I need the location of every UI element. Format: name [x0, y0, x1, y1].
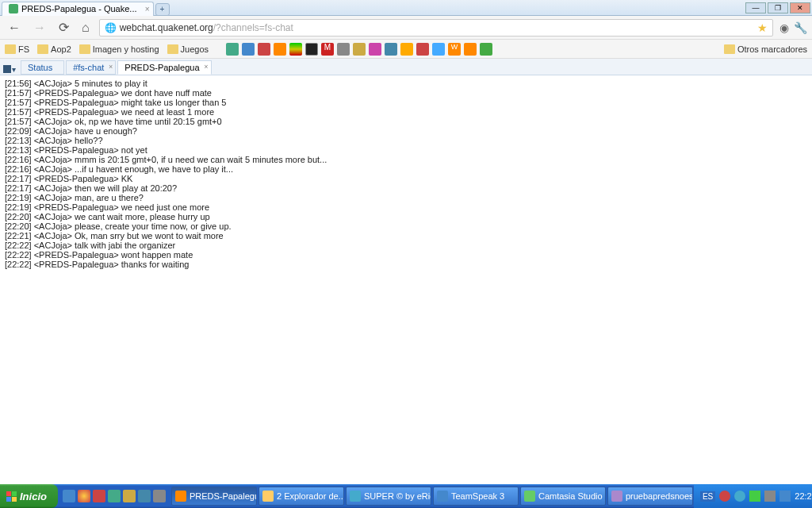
chat-line: [22:13] <PREDS-Papalegua> not yet — [5, 145, 807, 155]
chat-line: [22:20] <ACJoja> please, create your tim… — [5, 221, 807, 231]
bm-icon-15[interactable]: W — [448, 43, 461, 56]
bm-icon-8[interactable] — [337, 43, 350, 56]
bm-icon-14[interactable] — [432, 43, 445, 56]
bookmark-aop2[interactable]: Aop2 — [37, 44, 71, 54]
bm-icon-2[interactable] — [242, 43, 255, 56]
home-button[interactable]: ⌂ — [79, 19, 93, 37]
browser-tab-active[interactable]: PREDS-Papalegua - Quake... × — [2, 2, 154, 16]
chat-line: [22:09] <ACJoja> have u enough? — [5, 126, 807, 136]
start-button[interactable]: Inicio — [0, 484, 58, 508]
bookmark-juegos[interactable]: Juegos — [167, 44, 209, 54]
start-label: Inicio — [20, 491, 47, 502]
bm-icon-5[interactable] — [289, 43, 302, 56]
ql-icon-4[interactable] — [108, 490, 121, 502]
tray-icon-5[interactable] — [779, 491, 791, 502]
folder-icon — [167, 44, 178, 54]
task-camtasia[interactable]: Camtasia Studio -... — [520, 487, 606, 506]
chat-line: [22:17] <PREDS-Papalegua> KK — [5, 174, 807, 183]
ql-ie-icon[interactable] — [63, 490, 75, 502]
windows-logo-icon — [6, 491, 17, 502]
maximize-button[interactable]: ❐ — [768, 2, 788, 13]
chat-line: [22:17] <ACJoja> then we will play at 20… — [5, 183, 807, 193]
task-icon — [524, 491, 535, 502]
chat-line: [22:19] <ACJoja> man, are u there? — [5, 193, 807, 202]
tray-icon-1[interactable] — [719, 491, 730, 502]
folder-icon — [724, 44, 735, 54]
bm-icon-9[interactable] — [353, 43, 366, 56]
folder-icon — [262, 491, 274, 502]
close-icon[interactable]: × — [109, 63, 113, 71]
bm-icon-10[interactable] — [369, 43, 381, 56]
chat-log: [21:56] <ACJoja> 5 minutes to play it[21… — [0, 75, 812, 488]
bookmark-imagen[interactable]: Imagen y hosting — [79, 44, 159, 54]
task-icon — [175, 491, 186, 502]
reload-button[interactable]: ⟳ — [56, 18, 72, 37]
ql-chrome-icon[interactable] — [78, 490, 90, 502]
bm-icon-12[interactable] — [400, 43, 413, 56]
browser-tab-title: PREDS-Papalegua - Quake... — [21, 4, 137, 13]
chat-line: [22:22] <ACJoja> talk with jabi the orga… — [5, 241, 807, 250]
chat-tab-pm-active[interactable]: PREDS-Papalegua× — [117, 60, 211, 75]
chat-line: [22:21] <ACJoja> Ok, man srry but we won… — [5, 231, 807, 241]
bm-icon-6[interactable] — [305, 43, 318, 56]
ql-icon-3[interactable] — [93, 490, 105, 502]
close-icon[interactable]: × — [204, 63, 208, 71]
url-text: webchat.quakenet.org/?channels=fs-chat — [120, 22, 293, 33]
bm-icon-3[interactable] — [258, 43, 270, 56]
chat-line: [22:13] <ACJoja> hello?? — [5, 136, 807, 145]
close-tab-icon[interactable]: × — [145, 5, 150, 13]
chat-app-logo[interactable]: ▾ — [3, 64, 17, 75]
other-bookmarks[interactable]: Otros marcadores — [724, 44, 807, 54]
language-indicator[interactable]: ES — [700, 491, 715, 502]
url-bar[interactable]: 🌐 webchat.quakenet.org/?channels=fs-chat… — [99, 19, 773, 37]
bm-icon-7[interactable]: M — [321, 43, 334, 56]
chat-tab-status[interactable]: Status — [21, 60, 64, 75]
back-button[interactable]: ← — [5, 19, 24, 37]
new-tab-button[interactable]: + — [155, 3, 170, 16]
close-window-button[interactable]: ✕ — [790, 2, 810, 13]
chat-tab-channel[interactable]: #fs-chat× — [66, 60, 116, 75]
chat-line: [21:57] <PREDS-Papalegua> we need at lea… — [5, 107, 807, 117]
wrench-icon[interactable]: 🔧 — [794, 21, 807, 34]
bm-icon-13[interactable] — [416, 43, 429, 56]
quick-launch — [58, 490, 170, 502]
windows-taskbar: Inicio PREDS-Papalegu... 2 Explorador de… — [0, 484, 812, 508]
window-titlebar: PREDS-Papalegua - Quake... × + — ❐ ✕ — [0, 0, 812, 16]
folder-icon — [79, 44, 90, 54]
bm-icon-4[interactable] — [274, 43, 286, 56]
tray-icon-3[interactable] — [749, 491, 760, 502]
ql-icon-5[interactable] — [123, 490, 136, 502]
tray-icon-2[interactable] — [734, 491, 745, 502]
task-teamspeak[interactable]: TeamSpeak 3 — [433, 487, 519, 506]
forward-button[interactable]: → — [30, 19, 49, 37]
tray-clock[interactable]: 22:22 — [795, 491, 812, 501]
bookmarks-bar: FS Aop2 Imagen y hosting Juegos M W Otro… — [0, 40, 812, 59]
chat-line: [22:22] <PREDS-Papalegua> thanks for wai… — [5, 260, 807, 269]
ql-icon-7[interactable] — [153, 490, 166, 502]
bm-icon-1[interactable] — [226, 43, 239, 56]
chat-line: [22:19] <PREDS-Papalegua> we need just o… — [5, 202, 807, 212]
bookmark-star-icon[interactable]: ★ — [757, 21, 768, 34]
task-preds[interactable]: PREDS-Papalegu... — [171, 487, 257, 506]
bookmark-fs[interactable]: FS — [5, 44, 29, 54]
settings-icon[interactable]: ◉ — [779, 21, 789, 34]
task-super[interactable]: SUPER © by eRig... — [346, 487, 431, 506]
bm-icon-17[interactable] — [480, 43, 492, 56]
browser-nav-bar: ← → ⟳ ⌂ 🌐 webchat.quakenet.org/?channels… — [0, 16, 812, 40]
task-icon — [437, 491, 448, 502]
chat-line: [22:16] <ACJoja> ...if u havent enough, … — [5, 164, 807, 174]
bm-icon-16[interactable] — [464, 43, 477, 56]
chat-line: [22:20] <ACJoja> we cant wait more, plea… — [5, 212, 807, 221]
ql-icon-6[interactable] — [138, 490, 151, 502]
folder-icon — [37, 44, 48, 54]
task-explorer[interactable]: 2 Explorador de... — [259, 487, 344, 506]
bm-icon-11[interactable] — [385, 43, 397, 56]
folder-icon — [5, 44, 16, 54]
bookmark-toolbar-icons: M W — [226, 43, 492, 56]
system-tray: ES 22:22 — [694, 484, 812, 508]
minimize-button[interactable]: — — [745, 2, 766, 13]
chat-tab-bar: ▾ Status #fs-chat× PREDS-Papalegua× — [0, 59, 812, 75]
task-prueba[interactable]: pruebapredsnoes... — [607, 487, 693, 506]
chat-line: [21:57] <ACJoja> ok, np we have time unt… — [5, 117, 807, 126]
tray-volume-icon[interactable] — [764, 491, 776, 502]
